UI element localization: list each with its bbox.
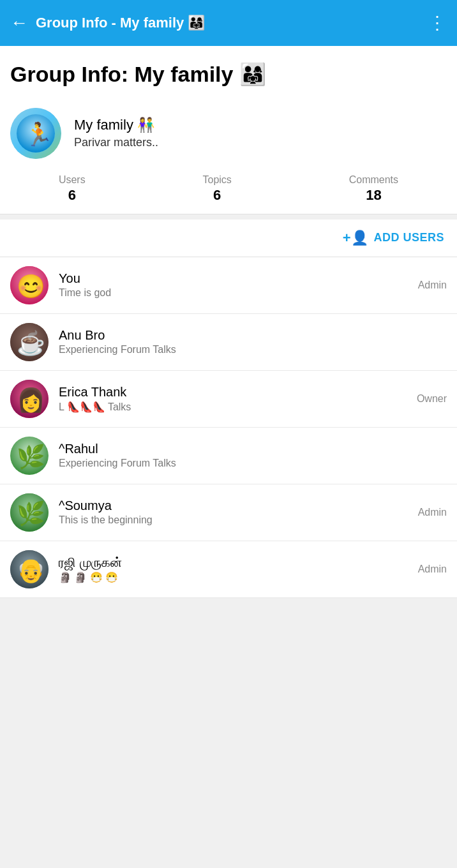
- user-item[interactable]: 🌿^RahulExperiencing Forum Talks: [0, 428, 457, 484]
- user-status: 🗿 🗿 😷 😷: [59, 571, 418, 583]
- add-users-row: +👤 ADD USERS: [0, 220, 457, 257]
- user-status: Experiencing Forum Talks: [59, 344, 447, 355]
- group-info-row: 🏃 My family 👫 Parivar matters..: [0, 98, 457, 164]
- user-item[interactable]: 👩Erica ThankL 👠👠👠 TalksOwner: [0, 371, 457, 428]
- user-item[interactable]: ☕Anu BroExperiencing Forum Talks: [0, 314, 457, 371]
- user-status: L 👠👠👠 Talks: [59, 401, 417, 413]
- user-avatar: ☕: [10, 323, 49, 361]
- add-users-icon: +👤: [343, 230, 369, 246]
- page-title: Group Info: My family 👨‍👩‍👧: [10, 61, 447, 87]
- user-avatar: 👴: [10, 550, 49, 588]
- user-info: YouTime is god: [59, 271, 418, 299]
- user-status: Time is god: [59, 287, 418, 299]
- users-stat-label: Users: [59, 174, 86, 186]
- topics-stat-value: 6: [213, 187, 221, 204]
- back-button[interactable]: ←: [10, 14, 28, 32]
- menu-button[interactable]: ⋮: [428, 14, 447, 32]
- svg-text:🌿: 🌿: [17, 443, 45, 470]
- user-item[interactable]: 😊YouTime is godAdmin: [0, 257, 457, 314]
- user-avatar: 🌿: [10, 437, 49, 475]
- group-avatar-image: 🏃: [10, 108, 61, 159]
- user-avatar: 😊: [10, 266, 49, 304]
- svg-text:👴: 👴: [17, 557, 45, 584]
- app-bar-title: Group Info - My family 👨‍👩‍👧: [36, 15, 428, 31]
- user-name: ^Soumya: [59, 498, 418, 513]
- user-name: You: [59, 271, 418, 286]
- add-users-label: ADD USERS: [373, 231, 444, 244]
- svg-text:🌿: 🌿: [17, 500, 45, 527]
- user-info: Erica ThankL 👠👠👠 Talks: [59, 385, 417, 413]
- group-name: My family 👫: [74, 117, 158, 133]
- user-role: Admin: [418, 280, 447, 291]
- topics-stat-label: Topics: [203, 174, 232, 186]
- user-role: Admin: [418, 507, 447, 518]
- stats-row: Users 6 Topics 6 Comments 18: [0, 164, 457, 214]
- group-title-section: Group Info: My family 👨‍👩‍👧: [0, 46, 457, 98]
- svg-text:😊: 😊: [17, 273, 45, 300]
- group-name-description: My family 👫 Parivar matters..: [74, 117, 158, 149]
- user-item[interactable]: 👴ரஜி முருகன்🗿 🗿 😷 😷Admin: [0, 541, 457, 598]
- user-role: Admin: [418, 564, 447, 575]
- user-avatar: 👩: [10, 380, 49, 418]
- comments-stat-label: Comments: [349, 174, 398, 186]
- app-bar: ← Group Info - My family 👨‍👩‍👧 ⋮: [0, 0, 457, 46]
- users-stat: Users 6: [59, 174, 86, 204]
- user-name: ^Rahul: [59, 442, 447, 456]
- comments-stat-value: 18: [366, 187, 381, 204]
- user-status: This is the beginning: [59, 514, 418, 526]
- user-info: Anu BroExperiencing Forum Talks: [59, 328, 447, 355]
- svg-text:🏃: 🏃: [24, 121, 53, 148]
- group-avatar-svg: 🏃: [17, 114, 55, 153]
- group-avatar[interactable]: 🏃: [10, 108, 61, 159]
- svg-text:👩: 👩: [17, 386, 45, 414]
- user-info: ரஜி முருகன்🗿 🗿 😷 😷: [59, 555, 418, 583]
- section-divider: [0, 214, 457, 220]
- svg-text:☕: ☕: [17, 329, 45, 357]
- user-status: Experiencing Forum Talks: [59, 458, 447, 469]
- topics-stat: Topics 6: [203, 174, 232, 204]
- user-name: Erica Thank: [59, 385, 417, 400]
- user-name: Anu Bro: [59, 328, 447, 343]
- user-info: ^SoumyaThis is the beginning: [59, 498, 418, 526]
- user-role: Owner: [417, 393, 447, 405]
- user-item[interactable]: 🌿^SoumyaThis is the beginningAdmin: [0, 484, 457, 541]
- user-list: 😊YouTime is godAdmin☕Anu BroExperiencing…: [0, 257, 457, 598]
- user-info: ^RahulExperiencing Forum Talks: [59, 442, 447, 469]
- add-users-button[interactable]: +👤 ADD USERS: [343, 230, 444, 246]
- user-avatar: 🌿: [10, 493, 49, 532]
- group-description: Parivar matters..: [74, 136, 158, 149]
- user-name: ரஜி முருகன்: [59, 555, 418, 570]
- users-stat-value: 6: [68, 187, 76, 204]
- comments-stat: Comments 18: [349, 174, 398, 204]
